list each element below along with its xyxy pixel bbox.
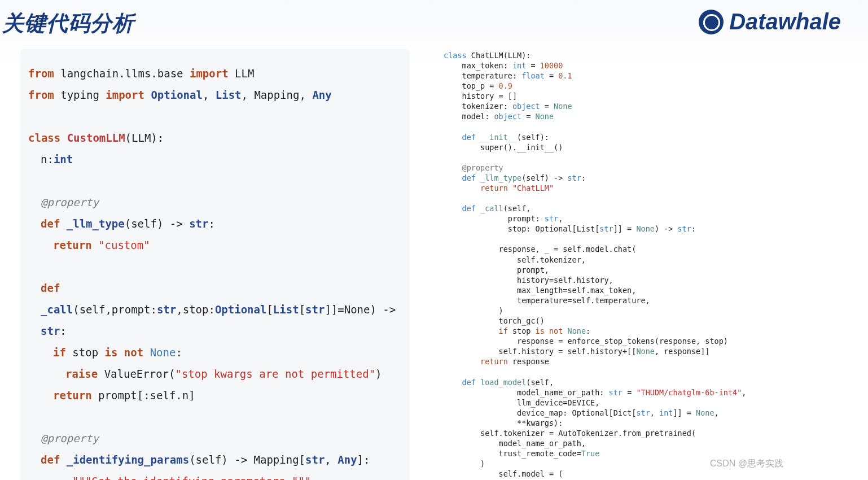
code-line: n:int bbox=[28, 149, 401, 170]
content-area: from langchain.llms.base import LLMfrom … bbox=[0, 38, 868, 480]
brand-name: Datawhale bbox=[729, 9, 841, 34]
code-line: raise ValueError("stop kwargs are not pe… bbox=[28, 363, 401, 385]
code-line: @property bbox=[28, 427, 401, 449]
code-line bbox=[28, 106, 401, 127]
code-line: def _llm_type(self) -> str: bbox=[28, 213, 401, 234]
code-line: return "custom" bbox=[28, 234, 401, 256]
code-line bbox=[28, 406, 401, 427]
whale-icon bbox=[699, 10, 724, 34]
slide-header: 关键代码分析 Datawhale bbox=[0, 0, 868, 38]
code-line: return prompt[:self.n] bbox=[28, 385, 401, 406]
code-line: @property bbox=[28, 191, 401, 213]
code-line: """Get the identifying parameters.""" bbox=[28, 470, 401, 480]
left-code-block: from langchain.llms.base import LLMfrom … bbox=[20, 49, 410, 480]
code-line: def _identifying_params(self) -> Mapping… bbox=[28, 449, 401, 470]
code-line bbox=[28, 256, 401, 277]
code-line: from langchain.llms.base import LLM bbox=[28, 63, 401, 84]
watermark-text: CSDN @思考实践 bbox=[710, 458, 783, 470]
slide-title: 关键代码分析 bbox=[2, 9, 134, 38]
brand-logo: Datawhale bbox=[699, 9, 841, 34]
code-line: if stop is not None: bbox=[28, 342, 401, 363]
code-line: def _call(self,prompt:str,stop:Optional[… bbox=[28, 277, 401, 342]
right-code-block: class ChatLLM(LLM): max_token: int = 100… bbox=[444, 49, 746, 480]
code-line bbox=[28, 170, 401, 191]
code-pre: class ChatLLM(LLM): max_token: int = 100… bbox=[444, 50, 746, 480]
code-line: from typing import Optional, List, Mappi… bbox=[28, 84, 401, 106]
code-line: class CustomLLM(LLM): bbox=[28, 127, 401, 149]
